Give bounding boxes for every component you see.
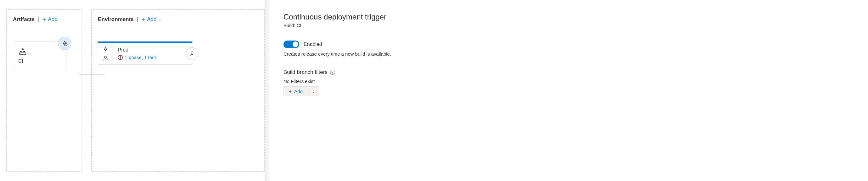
svg-point-9 (120, 58, 121, 59)
info-icon[interactable]: i (330, 70, 335, 75)
branch-filters-heading: Build branch filters i (283, 69, 542, 75)
chevron-down-icon: ⌄ (312, 89, 315, 94)
warning-icon (118, 55, 123, 60)
lightning-icon (103, 46, 108, 52)
artifact-name: CI (18, 59, 61, 64)
env-post-conditions[interactable] (186, 47, 198, 60)
divider: | (38, 16, 39, 23)
panel-shadow (265, 0, 271, 181)
pipeline-canvas: Artifacts | + Add CI (0, 0, 271, 181)
environments-section: Environments | + Add ⌄ Prod (91, 9, 265, 172)
toggle-row: Enabled (283, 40, 542, 48)
env-body[interactable]: Prod 1 phase, 1 task (113, 43, 192, 64)
plus-icon: + (42, 16, 46, 23)
trigger-panel: Continuous deployment trigger Build: CI … (271, 0, 554, 181)
environments-title: Environments (98, 16, 133, 23)
svg-rect-3 (24, 51, 25, 52)
artifact-card[interactable]: CI (13, 41, 66, 70)
environments-header: Environments | + Add ⌄ (98, 16, 258, 23)
toggle-label: Enabled (304, 41, 322, 47)
svg-point-6 (104, 56, 106, 58)
add-artifact-button[interactable]: + Add (42, 16, 58, 23)
env-tasks-link[interactable]: 1 phase, 1 task (118, 55, 187, 60)
build-icon (18, 47, 61, 56)
plus-icon: + (289, 89, 292, 94)
svg-rect-1 (22, 51, 22, 52)
no-filters-text: No Filters exist (283, 79, 542, 84)
artifacts-section: Artifacts | + Add CI (6, 9, 82, 172)
svg-rect-0 (20, 51, 21, 52)
svg-point-10 (191, 51, 193, 54)
artifacts-header: Artifacts | + Add (13, 16, 75, 23)
artifacts-title: Artifacts (13, 16, 35, 23)
env-name: Prod (118, 47, 187, 53)
env-tasks-text: 1 phase, 1 task (125, 55, 157, 60)
environment-card[interactable]: Prod 1 phase, 1 task (98, 41, 192, 65)
plus-icon: + (142, 16, 145, 23)
add-filter-button[interactable]: + Add (284, 87, 308, 96)
env-pre-conditions[interactable] (98, 43, 113, 64)
toggle-knob (292, 41, 298, 47)
toggle-description: Creates release every time a new build i… (283, 51, 542, 57)
person-icon (103, 55, 108, 61)
lightning-icon (61, 40, 68, 46)
chevron-down-icon: ⌄ (158, 17, 161, 22)
add-filter-label: Add (294, 88, 303, 94)
enabled-toggle[interactable] (283, 40, 299, 48)
filters-heading-text: Build branch filters (283, 69, 328, 75)
add-environment-label: Add (147, 16, 157, 23)
panel-subtitle: Build: CI (283, 23, 542, 28)
add-artifact-label: Add (48, 16, 57, 23)
person-icon (189, 51, 195, 57)
trigger-badge[interactable] (58, 37, 71, 50)
panel-title: Continuous deployment trigger (283, 12, 542, 22)
add-filter-split-button: + Add ⌄ (283, 86, 319, 96)
svg-rect-2 (23, 51, 24, 52)
divider: | (137, 16, 138, 23)
add-filter-chevron[interactable]: ⌄ (308, 87, 319, 96)
add-environment-button[interactable]: + Add ⌄ (142, 16, 161, 23)
svg-rect-4 (20, 53, 26, 55)
